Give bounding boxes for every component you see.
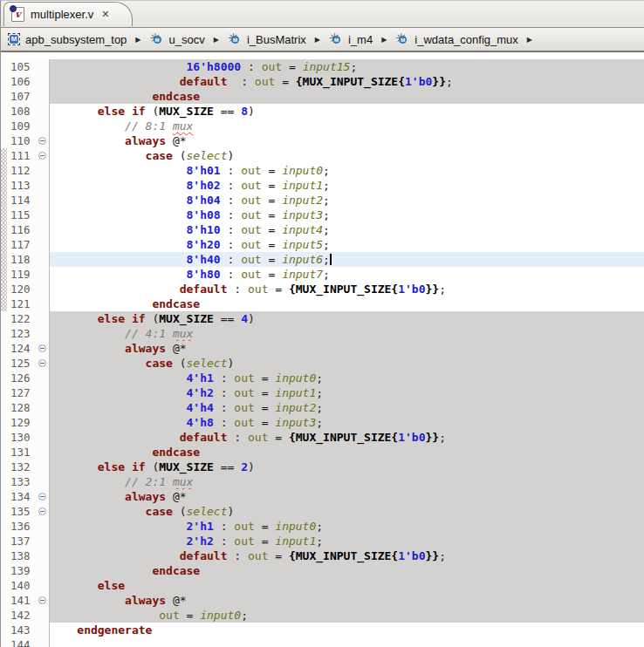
code-line[interactable]: 111 case (select) (1, 148, 644, 163)
breadcrumb-item-i_m4[interactable]: ✳Mi_m4 (329, 32, 373, 46)
line-number[interactable]: 111 (7, 148, 38, 163)
breadcrumb-arrow-icon[interactable]: ▶ (381, 36, 387, 44)
line-number[interactable]: 117 (7, 237, 38, 252)
code-line[interactable]: 105 16'h8000 : out = input15; (1, 59, 644, 74)
line-number[interactable]: 142 (7, 608, 38, 623)
line-number[interactable]: 119 (7, 267, 38, 282)
code-line[interactable]: 115 8'h08 : out = input3; (1, 208, 644, 222)
fold-collapse-icon[interactable] (38, 359, 46, 367)
code-line[interactable]: 121 endcase (1, 296, 644, 311)
code-line[interactable]: 141 always @* (1, 593, 644, 608)
code-line[interactable]: 139 endcase (1, 563, 644, 578)
fold-collapse-icon[interactable] (38, 596, 46, 604)
code-line[interactable]: 109 // 8:1 mux (1, 119, 644, 133)
fold-collapse-icon[interactable] (38, 493, 46, 501)
code-line[interactable]: 108 else if (MUX_SIZE == 8) (1, 104, 644, 119)
code-line[interactable]: 129 4'h8 : out = input3; (1, 415, 644, 430)
breadcrumb-arrow-icon[interactable]: ▶ (214, 36, 219, 44)
code-line[interactable]: 125 case (select) (1, 356, 644, 371)
code-line[interactable]: 127 4'h2 : out = input1; (1, 385, 644, 400)
line-number[interactable]: 141 (7, 593, 38, 608)
code-line[interactable]: 136 2'h1 : out = input0; (1, 519, 644, 534)
line-number[interactable]: 112 (7, 163, 38, 178)
line-number[interactable]: 136 (7, 519, 38, 534)
line-number[interactable]: 128 (7, 400, 38, 415)
line-number[interactable]: 125 (7, 356, 38, 371)
line-number[interactable]: 116 (7, 222, 38, 237)
code-line[interactable]: 135 case (select) (1, 504, 644, 519)
code-line[interactable]: 123 // 4:1 mux (1, 326, 644, 341)
code-line[interactable]: 140 else (1, 578, 644, 593)
line-number[interactable]: 132 (7, 460, 38, 474)
code-line[interactable]: 117 8'h20 : out = input5; (1, 237, 644, 252)
fold-collapse-icon[interactable] (38, 152, 46, 160)
breadcrumb-arrow-icon[interactable]: ▶ (315, 36, 320, 44)
fold-collapse-icon[interactable] (38, 137, 46, 145)
tab-close-icon[interactable]: ✕ (99, 9, 111, 20)
line-number[interactable]: 131 (7, 445, 38, 460)
code-line[interactable]: 119 8'h80 : out = input7; (1, 267, 644, 282)
code-line[interactable]: 122 else if (MUX_SIZE == 4) (1, 311, 644, 326)
line-number[interactable]: 110 (7, 133, 38, 148)
line-number[interactable]: 106 (7, 74, 38, 89)
breadcrumb-item-i_wdata_config_mux[interactable]: ✳Mi_wdata_config_mux (395, 32, 518, 46)
line-number[interactable]: 140 (7, 578, 38, 593)
line-number[interactable]: 144 (7, 637, 38, 647)
code-line[interactable]: 106 default : out = {MUX_INPUT_SIZE{1'b0… (1, 74, 644, 89)
line-number[interactable]: 122 (7, 311, 38, 326)
breadcrumb-item-apb_subsystem_top[interactable]: Mapb_subsystem_top (8, 33, 127, 46)
line-number[interactable]: 134 (7, 489, 38, 504)
code-line[interactable]: 110 always @* (1, 133, 644, 148)
line-number[interactable]: 115 (7, 208, 38, 222)
code-line[interactable]: 131 endcase (1, 445, 644, 460)
breadcrumb-arrow-icon[interactable]: ▶ (527, 36, 532, 44)
line-number[interactable]: 126 (7, 371, 38, 385)
code-line[interactable]: 126 4'h1 : out = input0; (1, 371, 644, 385)
fold-collapse-icon[interactable] (38, 507, 46, 515)
code-line[interactable]: 144 (1, 637, 644, 647)
line-number[interactable]: 127 (7, 385, 38, 400)
line-number[interactable]: 123 (7, 326, 38, 341)
code-line[interactable]: 132 else if (MUX_SIZE == 2) (1, 460, 644, 474)
code-line[interactable]: 124 always @* (1, 341, 644, 356)
line-number[interactable]: 113 (7, 178, 38, 193)
line-number[interactable]: 129 (7, 415, 38, 430)
code-token: ; (323, 253, 330, 266)
code-line[interactable]: 134 always @* (1, 489, 644, 504)
line-number[interactable]: 138 (7, 548, 38, 563)
code-line[interactable]: 138 default : out = {MUX_INPUT_SIZE{1'b0… (1, 548, 644, 563)
code-line[interactable]: 107 endcase (1, 89, 644, 104)
breadcrumb-item-i_BusMatrix[interactable]: ✳Mi_BusMatrix (228, 32, 306, 46)
code-line[interactable]: 113 8'h02 : out = input1; (1, 178, 644, 193)
code-line[interactable]: 133 // 2:1 mux (1, 474, 644, 489)
code-line[interactable]: 118 8'h40 : out = input6; (1, 252, 644, 267)
line-number[interactable]: 130 (7, 430, 38, 445)
breadcrumb-item-u_socv[interactable]: ✳Mu_socv (150, 32, 205, 46)
fold-collapse-icon[interactable] (38, 344, 46, 352)
line-number[interactable]: 133 (7, 474, 38, 489)
code-line[interactable]: 137 2'h2 : out = input1; (1, 534, 644, 548)
code-line[interactable]: 142 out = input0; (1, 608, 644, 623)
line-number[interactable]: 118 (7, 252, 38, 267)
line-number[interactable]: 114 (7, 193, 38, 208)
breadcrumb-arrow-icon[interactable]: ▶ (135, 36, 140, 44)
line-number[interactable]: 124 (7, 341, 38, 356)
code-line[interactable]: 120 default : out = {MUX_INPUT_SIZE{1'b0… (1, 282, 644, 296)
code-line[interactable]: 114 8'h04 : out = input2; (1, 193, 644, 208)
code-line[interactable]: 112 8'h01 : out = input0; (1, 163, 644, 178)
line-number[interactable]: 139 (7, 563, 38, 578)
line-number[interactable]: 120 (7, 282, 38, 296)
line-number[interactable]: 121 (7, 296, 38, 311)
line-number[interactable]: 137 (7, 534, 38, 548)
code-line[interactable]: 116 8'h10 : out = input4; (1, 222, 644, 237)
line-number[interactable]: 143 (7, 623, 38, 637)
code-line[interactable]: 128 4'h4 : out = input2; (1, 400, 644, 415)
code-line[interactable]: 130 default : out = {MUX_INPUT_SIZE{1'b0… (1, 430, 644, 445)
line-number[interactable]: 107 (7, 89, 38, 104)
line-number[interactable]: 109 (7, 119, 38, 133)
code-line[interactable]: 143 endgenerate (1, 623, 644, 637)
line-number[interactable]: 135 (7, 504, 38, 519)
line-number[interactable]: 108 (7, 104, 38, 119)
line-number[interactable]: 105 (7, 59, 38, 74)
editor-tab-multiplexer[interactable]: v multiplexer.v ✕ (3, 2, 133, 26)
